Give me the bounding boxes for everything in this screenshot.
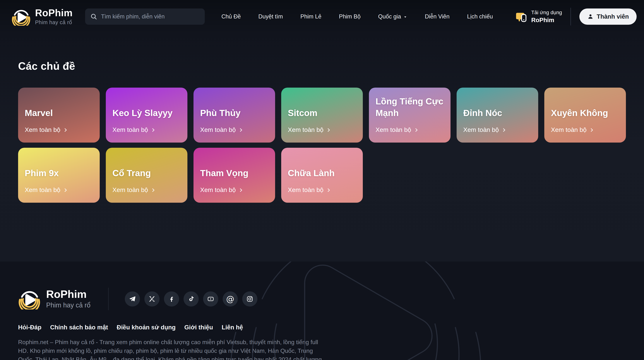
- user-icon: [587, 13, 594, 20]
- topic-card-view-all-link[interactable]: Xem toàn bộ: [112, 126, 181, 133]
- topic-card[interactable]: Phim 9xXem toàn bộ: [18, 148, 100, 203]
- topic-card-view-all-link[interactable]: Xem toàn bộ: [25, 186, 93, 193]
- topic-card[interactable]: Cổ TrangXem toàn bộ: [106, 148, 188, 203]
- app-download-line1: Tải ứng dụng: [531, 9, 562, 15]
- topic-card[interactable]: Đỉnh NócXem toàn bộ: [456, 88, 538, 143]
- chevron-right-icon: [589, 127, 594, 133]
- topic-card-title: Phim 9x: [25, 168, 93, 179]
- nav-item-label: Chủ Đề: [222, 13, 241, 20]
- nav-item-label: Phim Bộ: [339, 13, 360, 20]
- app-download-button[interactable]: Tải ứng dụng RoPhim: [515, 9, 562, 24]
- footer-logo[interactable]: RoPhim Phim hay cả rổ: [18, 288, 90, 310]
- topic-card-title: Keo Lỳ Slayyy: [112, 107, 181, 119]
- view-all-label: Xem toàn bộ: [288, 186, 324, 193]
- footer-brand-tagline: Phim hay cả rổ: [46, 301, 90, 309]
- nav-item-2[interactable]: Duyệt tìm: [258, 13, 283, 20]
- view-all-label: Xem toàn bộ: [200, 186, 236, 193]
- facebook-button[interactable]: [164, 291, 179, 307]
- topic-card-title: Phù Thủy: [200, 107, 268, 119]
- x-button[interactable]: [144, 291, 160, 307]
- brand-name: RoPhim: [35, 8, 72, 18]
- topic-card[interactable]: Xuyên KhôngXem toàn bộ: [544, 88, 626, 143]
- chevron-right-icon: [238, 187, 244, 193]
- topic-card-view-all-link[interactable]: Xem toàn bộ: [25, 126, 93, 133]
- social-links: @: [125, 291, 258, 307]
- footer-link-2[interactable]: Chính sách bảo mật: [50, 324, 108, 331]
- footer-links: Hỏi-ĐápChính sách bảo mậtĐiều khoản sử d…: [18, 324, 626, 331]
- telegram-button[interactable]: [125, 291, 140, 307]
- chevron-right-icon: [238, 127, 244, 133]
- rophim-logo-icon: [18, 288, 41, 310]
- nav-item-5[interactable]: Quốc gia: [378, 13, 407, 20]
- footer-link-4[interactable]: Giới thiệu: [184, 324, 213, 331]
- topic-card-view-all-link[interactable]: Xem toàn bộ: [200, 186, 268, 193]
- nav-item-6[interactable]: Diễn Viên: [425, 13, 450, 20]
- topic-card-title: Marvel: [25, 107, 93, 119]
- chevron-right-icon: [414, 127, 419, 133]
- nav-item-7[interactable]: Lịch chiếu: [467, 13, 493, 20]
- topic-card-view-all-link[interactable]: Xem toàn bộ: [200, 126, 268, 133]
- nav-item-label: Lịch chiếu: [467, 13, 493, 20]
- chevron-down-icon: [403, 15, 407, 19]
- chevron-right-icon: [63, 127, 68, 133]
- view-all-label: Xem toàn bộ: [25, 126, 60, 133]
- footer-link-3[interactable]: Điều khoản sử dụng: [117, 324, 176, 331]
- footer-link-5[interactable]: Liên hệ: [222, 324, 243, 331]
- topic-card-view-all-link[interactable]: Xem toàn bộ: [288, 126, 356, 133]
- topic-card-title: Cổ Trang: [112, 168, 181, 179]
- nav-item-label: Phim Lẻ: [300, 13, 322, 20]
- view-all-label: Xem toàn bộ: [288, 126, 324, 133]
- topic-card-title: Chữa Lành: [288, 168, 356, 179]
- topic-card[interactable]: Lồng Tiếng Cực MạnhXem toàn bộ: [369, 88, 450, 143]
- telegram-icon: [129, 295, 136, 303]
- view-all-label: Xem toàn bộ: [551, 126, 586, 133]
- topic-card[interactable]: Chữa LànhXem toàn bộ: [281, 148, 363, 203]
- view-all-label: Xem toàn bộ: [25, 186, 60, 193]
- facebook-icon: [168, 295, 175, 303]
- search-bar[interactable]: [85, 8, 205, 25]
- app-download-text: Tải ứng dụng RoPhim: [531, 9, 562, 24]
- chevron-right-icon: [151, 127, 156, 133]
- instagram-button[interactable]: [242, 291, 258, 307]
- topic-card-view-all-link[interactable]: Xem toàn bộ: [112, 186, 181, 193]
- nav-item-1[interactable]: Chủ Đề: [222, 13, 241, 20]
- view-all-label: Xem toàn bộ: [112, 186, 148, 193]
- footer: RoPhim Phim hay cả rổ @ Hỏi-ĐápChính sác…: [0, 262, 644, 360]
- topic-card-view-all-link[interactable]: Xem toàn bộ: [376, 126, 444, 133]
- topic-card-view-all-link[interactable]: Xem toàn bộ: [551, 126, 619, 133]
- topic-card[interactable]: MarvelXem toàn bộ: [18, 88, 100, 143]
- instagram-icon: [246, 295, 253, 303]
- view-all-label: Xem toàn bộ: [463, 126, 499, 133]
- search-input[interactable]: [101, 13, 200, 20]
- member-button[interactable]: Thành viên: [580, 8, 636, 25]
- app-download-line2: RoPhim: [531, 16, 562, 24]
- topic-card-view-all-link[interactable]: Xem toàn bộ: [463, 126, 532, 133]
- header-right: Tải ứng dụng RoPhim Thành viên: [515, 8, 636, 25]
- chevron-right-icon: [326, 127, 331, 133]
- footer-description: Rophim.net – Phim hay cả rổ - Trang xem …: [18, 338, 328, 360]
- header-logo[interactable]: RoPhim Phim hay cả rổ: [12, 7, 72, 26]
- tiktok-button[interactable]: [184, 291, 199, 307]
- topic-card-view-all-link[interactable]: Xem toàn bộ: [288, 186, 356, 193]
- x-icon: [148, 295, 156, 303]
- threads-button[interactable]: @: [223, 291, 238, 307]
- header: RoPhim Phim hay cả rổ Chủ ĐềDuyệt tìmPhi…: [0, 0, 644, 33]
- youtube-button[interactable]: [203, 291, 218, 307]
- topic-card[interactable]: SitcomXem toàn bộ: [281, 88, 363, 143]
- nav-item-4[interactable]: Phim Bộ: [339, 13, 360, 20]
- topics-grid: MarvelXem toàn bộKeo Lỳ SlayyyXem toàn b…: [18, 88, 626, 203]
- topic-card[interactable]: Phù ThủyXem toàn bộ: [194, 88, 275, 143]
- topic-card-title: Đỉnh Nóc: [463, 107, 532, 119]
- topic-card[interactable]: Keo Lỳ SlayyyXem toàn bộ: [106, 88, 188, 143]
- view-all-label: Xem toàn bộ: [200, 126, 236, 133]
- topic-card-title: Lồng Tiếng Cực Mạnh: [376, 96, 444, 119]
- topic-card-title: Xuyên Không: [551, 107, 619, 119]
- footer-link-1[interactable]: Hỏi-Đáp: [18, 324, 42, 331]
- threads-icon: @: [226, 295, 234, 303]
- topic-card[interactable]: Tham VọngXem toàn bộ: [194, 148, 275, 203]
- nav-item-label: Quốc gia: [378, 13, 401, 20]
- main-content: Các chủ đề MarvelXem toàn bộKeo Lỳ Slayy…: [0, 60, 644, 203]
- nav-item-3[interactable]: Phim Lẻ: [300, 13, 322, 20]
- chevron-right-icon: [63, 187, 68, 193]
- main-nav: Chủ ĐềDuyệt tìmPhim LẻPhim BộQuốc giaDiễ…: [222, 13, 493, 20]
